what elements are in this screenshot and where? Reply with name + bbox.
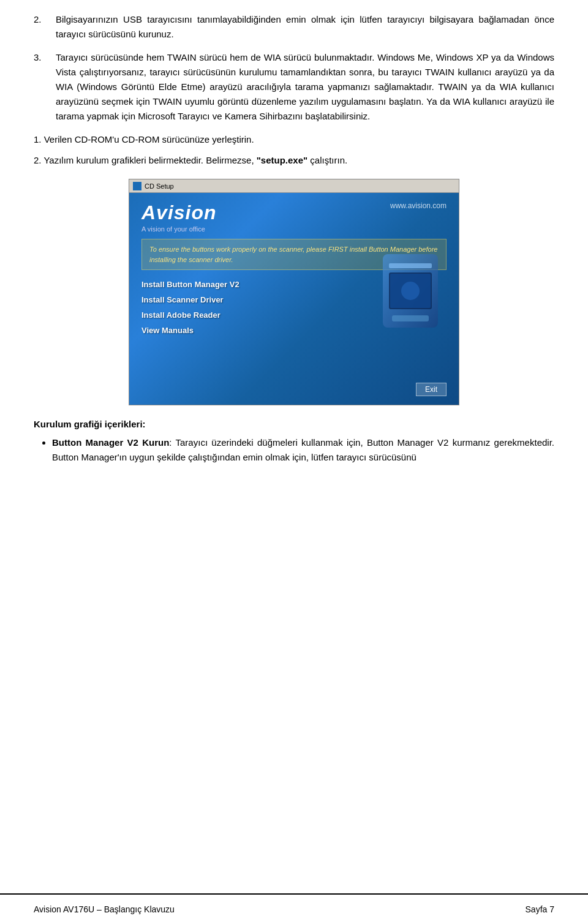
footer-left: Avision AV176U – Başlangıç Klavuzu — [34, 904, 175, 914]
cd-titlebar-icon — [133, 182, 141, 190]
step-2-prefix: 2. Yazılım kurulum grafikleri belirmekte… — [34, 155, 257, 165]
item-3-block: 3. Tarayıcı sürücüsünde hem TWAIN sürücü… — [34, 50, 554, 124]
cd-website: www.avision.com — [390, 201, 447, 210]
bullet-list: Button Manager V2 Kurun: Tarayıcı üzerin… — [52, 435, 554, 465]
cd-scanner-image — [377, 242, 450, 340]
cd-body: Avision A vision of your office www.avis… — [129, 193, 459, 405]
cd-setup-inner: CD Setup Avision A vision of your office… — [129, 179, 459, 405]
page-content: 2. Bilgisayarınızın USB tarayıcısını tan… — [0, 0, 588, 522]
step-2-block: 2. Yazılım kurulum grafikleri belirmekte… — [34, 153, 554, 168]
cd-avision-logo: Avision A vision of your office — [141, 201, 217, 233]
cd-titlebar-text: CD Setup — [145, 182, 174, 190]
step-2-code: "setup.exe" — [257, 155, 307, 165]
cd-logo-area: Avision A vision of your office www.avis… — [141, 201, 447, 233]
cd-brand-name: Avision — [141, 201, 217, 224]
step-2-suffix: çalıştırın. — [307, 155, 347, 165]
cd-setup-screenshot: CD Setup Avision A vision of your office… — [129, 179, 459, 405]
item-3-number: 3. — [34, 50, 51, 124]
svg-rect-5 — [392, 315, 429, 321]
footer-right: Sayfa 7 — [526, 904, 554, 914]
section-title: Kurulum grafiği içerikleri: — [34, 419, 554, 429]
svg-rect-1 — [389, 263, 432, 268]
bullet-item-button-manager: Button Manager V2 Kurun: Tarayıcı üzerin… — [52, 435, 554, 465]
step-1-block: 1. Verilen CD-ROM'u CD-ROM sürücünüze ye… — [34, 132, 554, 147]
step-1-text: 1. Verilen CD-ROM'u CD-ROM sürücünüze ye… — [34, 134, 254, 145]
paragraph-2-text: Bilgisayarınızın USB tarayıcısını tanıml… — [56, 12, 554, 42]
item-3-text: Tarayıcı sürücüsünde hem TWAIN sürücü he… — [56, 50, 554, 124]
bullet-term: Button Manager V2 Kurun — [52, 437, 169, 448]
cd-tagline: A vision of your office — [141, 225, 217, 233]
cd-titlebar: CD Setup — [129, 179, 459, 193]
page-footer: Avision AV176U – Başlangıç Klavuzu Sayfa… — [0, 893, 588, 924]
paragraph-2-block: 2. Bilgisayarınızın USB tarayıcısını tan… — [34, 12, 554, 42]
cd-exit-button[interactable]: Exit — [416, 383, 447, 396]
paragraph-2-number: 2. — [34, 12, 51, 42]
bullet-colon: : — [169, 437, 175, 448]
svg-point-4 — [401, 282, 420, 300]
